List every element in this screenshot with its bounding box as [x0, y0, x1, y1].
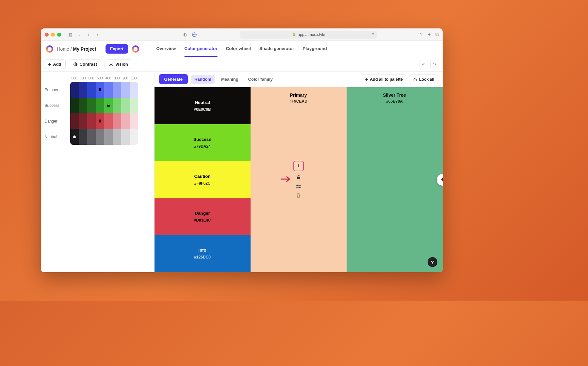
- stacked-color-row[interactable]: Success#79DA24: [155, 124, 251, 161]
- color-name: Caution: [194, 174, 210, 179]
- shade-swatch[interactable]: [70, 98, 79, 113]
- minimize-window-icon[interactable]: [51, 33, 55, 37]
- shade-swatch[interactable]: [70, 113, 79, 129]
- shade-swatch[interactable]: [87, 129, 96, 145]
- shade-swatch[interactable]: [70, 129, 79, 145]
- shade-swatch[interactable]: [104, 98, 113, 113]
- shade-swatch[interactable]: [87, 82, 96, 98]
- shade-swatch[interactable]: [87, 98, 96, 113]
- export-button[interactable]: Export: [106, 44, 128, 54]
- lock-all-button[interactable]: Lock all: [410, 75, 438, 84]
- shade-swatch[interactable]: [121, 129, 130, 145]
- glasses-icon: [109, 62, 113, 67]
- shade-row-label: Neutral: [45, 135, 70, 139]
- chip-random[interactable]: Random: [191, 75, 215, 84]
- contrast-button[interactable]: Contrast: [69, 59, 101, 69]
- chip-meaning[interactable]: Meaning: [218, 75, 242, 84]
- back-icon[interactable]: ‹: [85, 31, 92, 38]
- privacy-icon[interactable]: [191, 31, 198, 38]
- shade-swatch[interactable]: [121, 82, 130, 98]
- tab-color-wheel[interactable]: Color wheel: [226, 41, 251, 57]
- shade-swatch[interactable]: [130, 113, 138, 129]
- color-columns: Neutral#0E0C0BSuccess#79DA24Caution#F8F6…: [155, 87, 443, 272]
- breadcrumb-project[interactable]: My Project: [73, 46, 96, 52]
- shade-swatch[interactable]: [104, 113, 113, 129]
- shield-icon[interactable]: ◐: [182, 31, 188, 38]
- breadcrumb-home[interactable]: Home: [57, 46, 69, 52]
- adjust-button[interactable]: [295, 183, 302, 190]
- address-bar-wrap: 🔒 app.atmos.style ⟳: [200, 31, 417, 39]
- redo-button[interactable]: ↷: [430, 60, 439, 69]
- chip-color-family[interactable]: Color family: [245, 75, 276, 84]
- shade-level-label: 200: [121, 76, 130, 80]
- header-right: ··· Export: [96, 44, 139, 54]
- add-to-palette-button[interactable]: +: [293, 161, 304, 171]
- color-hex: #65B78A: [386, 99, 403, 104]
- shade-swatch[interactable]: [113, 98, 121, 113]
- color-hex: #F8F62C: [194, 181, 210, 186]
- color-column[interactable]: Primary#F9CEAD+: [251, 87, 347, 272]
- shade-grid: PrimarySuccessDangerNeutral: [45, 82, 150, 145]
- color-column[interactable]: Neutral#0E0C0BSuccess#79DA24Caution#F8F6…: [155, 87, 251, 272]
- lock-button[interactable]: [295, 174, 302, 180]
- vision-button[interactable]: Vision: [105, 59, 132, 69]
- main: Generate Random Meaning Color family + A…: [155, 72, 443, 272]
- shade-swatch[interactable]: [70, 82, 79, 98]
- reload-icon[interactable]: ⟳: [372, 32, 375, 37]
- add-all-button[interactable]: + Add all to palette: [362, 75, 406, 84]
- tabs-icon[interactable]: ⧉: [435, 32, 439, 37]
- stacked-color-row[interactable]: Caution#F8F62C: [155, 161, 251, 198]
- undo-button[interactable]: ↶: [419, 60, 428, 69]
- sidebar: 800700600500400300200100 PrimarySuccessD…: [41, 72, 155, 272]
- shade-row: Neutral: [45, 129, 150, 145]
- shade-swatch[interactable]: [79, 82, 87, 98]
- address-bar[interactable]: 🔒 app.atmos.style ⟳: [240, 31, 377, 39]
- shade-swatch[interactable]: [113, 82, 121, 98]
- more-icon[interactable]: ···: [96, 46, 101, 52]
- tab-shade-generator[interactable]: Shade generator: [259, 41, 294, 57]
- stacked-color-row[interactable]: Neutral#0E0C0B: [155, 87, 251, 124]
- shade-swatch[interactable]: [104, 129, 113, 145]
- delete-button[interactable]: [295, 192, 302, 199]
- vision-label: Vision: [115, 62, 128, 67]
- shade-swatch[interactable]: [130, 82, 138, 98]
- forward-icon[interactable]: ›: [94, 31, 101, 38]
- shade-swatch[interactable]: [113, 113, 121, 129]
- new-tab-icon[interactable]: +: [428, 32, 431, 37]
- shade-swatch[interactable]: [121, 113, 130, 129]
- share-icon[interactable]: ⇧: [419, 32, 423, 37]
- avatar[interactable]: [132, 45, 139, 53]
- svg-rect-4: [99, 89, 101, 91]
- stacked-color-row[interactable]: Info#126DC0: [155, 235, 251, 272]
- shade-swatch[interactable]: [96, 113, 104, 129]
- color-column[interactable]: Silver Tree#65B78A: [347, 87, 443, 272]
- add-label: Add: [53, 62, 61, 67]
- shade-swatch[interactable]: [79, 113, 87, 129]
- sidebar-toggle-icon[interactable]: ▥: [67, 31, 74, 38]
- shade-swatch[interactable]: [130, 98, 138, 113]
- shade-swatch[interactable]: [96, 98, 104, 113]
- shade-swatch[interactable]: [104, 82, 113, 98]
- help-button[interactable]: ?: [428, 257, 437, 267]
- shade-swatch[interactable]: [79, 98, 87, 113]
- tab-color-generator[interactable]: Color generator: [184, 41, 217, 57]
- shade-swatch[interactable]: [96, 82, 104, 98]
- shade-swatch[interactable]: [87, 113, 96, 129]
- app-logo[interactable]: [46, 45, 53, 53]
- shade-swatch[interactable]: [113, 129, 121, 145]
- maximize-window-icon[interactable]: [57, 33, 61, 37]
- generate-button[interactable]: Generate: [159, 74, 188, 84]
- lock-icon: 🔒: [292, 33, 296, 36]
- shade-swatch[interactable]: [121, 98, 130, 113]
- tab-playground[interactable]: Playground: [303, 41, 327, 57]
- tab-overview[interactable]: Overview: [156, 41, 176, 57]
- color-hex: #D83E4C: [194, 218, 211, 223]
- close-window-icon[interactable]: [45, 33, 49, 37]
- shade-swatch[interactable]: [96, 129, 104, 145]
- shade-swatch[interactable]: [130, 129, 138, 145]
- stacked-color-row[interactable]: Danger#D83E4C: [155, 198, 251, 235]
- color-hex: #F9CEAD: [289, 99, 307, 104]
- shade-swatch[interactable]: [79, 129, 87, 145]
- chevron-down-icon[interactable]: ⌄: [76, 31, 83, 38]
- add-button[interactable]: + Add: [44, 59, 66, 69]
